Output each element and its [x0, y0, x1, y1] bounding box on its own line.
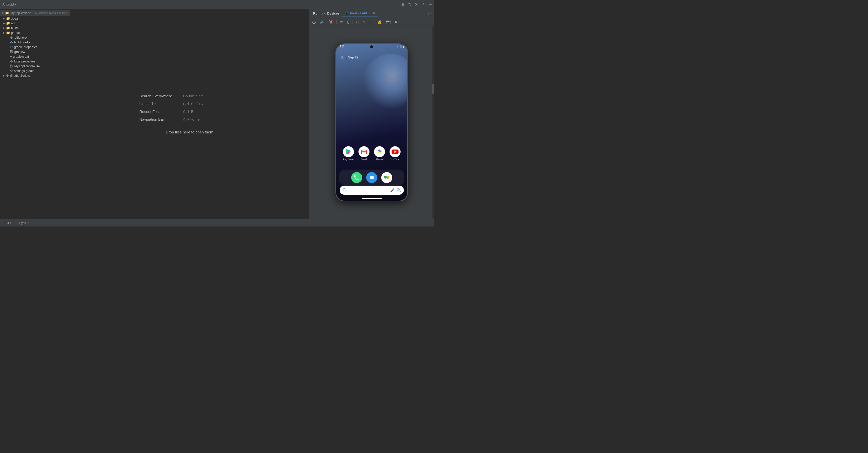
folder-special-icon: 📁: [6, 21, 10, 25]
tree-item-iml[interactable]: 🖼 MyApplication2.iml: [0, 64, 70, 68]
tree-item-gradle-properties[interactable]: ⚙ gradle.properties: [0, 45, 70, 49]
dock-messages[interactable]: [366, 172, 377, 183]
lock-button[interactable]: 🔒: [376, 19, 383, 25]
playstore-icon: [343, 146, 354, 157]
rotate-landscape-button[interactable]: ▯: [346, 19, 350, 25]
app-playstore[interactable]: Play Store: [343, 146, 354, 161]
tree-item-label: build.gradle: [14, 40, 30, 44]
expand-button[interactable]: ⤢: [427, 11, 430, 15]
volume-mute-button[interactable]: 🔇: [328, 19, 334, 25]
panel-scrollbar[interactable]: [432, 26, 434, 219]
file-icon: 🖼: [10, 50, 13, 54]
mic-icon: 🎤: [390, 188, 395, 192]
git-icon: ⊘: [10, 36, 13, 39]
hint-row-nav: Navigation Bar Alt+Home: [140, 117, 240, 121]
tree-item-build[interactable]: ▶ 📁 build: [0, 26, 70, 30]
main-layout: ▾ 📁 MyApplication2 C:\Users\shin4¥Androi…: [0, 9, 434, 219]
right-panel-header: Running Devices 📱 Pixel 7a API 33 ✕ + ⤢ …: [309, 9, 434, 18]
tree-item-settings-gradle[interactable]: ⚙ settings.gradle: [0, 68, 70, 73]
back-button[interactable]: ◁: [354, 19, 360, 25]
toolbar-separator-2: [352, 20, 352, 24]
file-icon: 🖼: [10, 64, 13, 68]
tree-item-label: app: [11, 22, 16, 25]
phone-camera: [370, 46, 373, 49]
panel-more-button[interactable]: ›: [431, 11, 432, 15]
signal-icon: ▐: [400, 46, 401, 48]
volume-down-button[interactable]: 🔉: [319, 19, 326, 25]
folder-icon: 📁: [6, 26, 10, 30]
hint-nav-shortcut: Alt+Home: [183, 117, 200, 121]
playstore-label: Play Store: [343, 158, 354, 161]
build-tab-label: Build: [4, 221, 11, 225]
tree-item-gradlew-bat[interactable]: ≡ gradlew.bat: [0, 54, 70, 59]
photos-icon: [374, 146, 385, 157]
hint-goto-shortcut: Ctrl+Shift+N: [183, 102, 204, 106]
record-button[interactable]: ▶: [394, 19, 399, 25]
power-button[interactable]: ⏻: [311, 19, 317, 25]
phone-mockup: 3:12 ▲ ▐ ▮ Sun, Sep 22: [335, 44, 408, 201]
more-icon[interactable]: ⋮: [422, 2, 425, 7]
hint-row-search: Search Everywhere Double Shift: [140, 94, 240, 98]
phone-nav-bar: [362, 198, 382, 199]
file-icon: ≡: [10, 55, 12, 58]
gmail-icon: [359, 146, 370, 157]
running-devices-title: Running Devices: [311, 11, 341, 15]
dock-chrome[interactable]: [381, 172, 392, 183]
target-icon[interactable]: ⊕: [401, 2, 405, 7]
hint-recent-label: Recent Files: [140, 109, 180, 114]
screenshot-button[interactable]: 📷: [385, 19, 392, 25]
tree-item-app[interactable]: ▶ 📁 app: [0, 21, 70, 26]
device-screen-area: 3:12 ▲ ▐ ▮ Sun, Sep 22: [309, 26, 434, 219]
bottom-tab-build[interactable]: Build: [2, 220, 13, 226]
bottom-tab-sync[interactable]: Sync ✕: [17, 220, 32, 226]
app-photos[interactable]: Photos: [374, 146, 385, 161]
dock-phone[interactable]: [351, 172, 362, 183]
tree-item-gitignore[interactable]: ⊘ .gitignore: [0, 35, 70, 40]
minimize-icon[interactable]: ─: [429, 2, 432, 6]
hint-row-recent: Recent Files Ctrl+E: [140, 109, 240, 114]
wifi-icon: ▲: [397, 46, 399, 48]
chrome-app-icon: [381, 172, 392, 183]
tree-item-gradle-scripts[interactable]: ▶ ⚙ Gradle Scripts: [0, 73, 70, 78]
app-gmail[interactable]: Gmail: [359, 146, 370, 161]
hint-search-label: Search Everywhere: [140, 94, 180, 98]
messages-app-icon: [366, 172, 377, 183]
gmail-label: Gmail: [361, 158, 367, 161]
device-tab[interactable]: 📱 Pixel 7a API 33 ✕: [341, 10, 378, 17]
hint-recent-shortcut: Ctrl+E: [183, 109, 194, 114]
device-tab-label: Pixel 7a API 33: [350, 11, 371, 15]
git-update-icon[interactable]: ⇅: [408, 2, 411, 7]
sync-tab-close[interactable]: ✕: [27, 222, 29, 224]
google-g-icon: G: [343, 188, 346, 192]
tree-item-label: Gradle Scripts: [10, 74, 30, 78]
project-label: Android: [2, 2, 14, 6]
sync-tab-label: Sync: [19, 221, 26, 225]
phone-dock: [339, 170, 404, 186]
overview-button[interactable]: □: [368, 19, 372, 25]
home-button[interactable]: ○: [362, 19, 366, 25]
project-selector[interactable]: Android ▾: [2, 2, 16, 6]
arrow-icon: ▶: [2, 31, 6, 34]
file-tree-header[interactable]: ▾ 📁 MyApplication2 C:\Users\shin4¥Androi…: [0, 10, 70, 16]
phone-search-bar[interactable]: G 🎤 🔍: [340, 186, 404, 195]
photos-label: Photos: [376, 158, 383, 161]
tree-item-local-properties[interactable]: ⚙ local.properties: [0, 59, 70, 64]
gradle-icon: ⚙: [10, 45, 13, 49]
device-tab-close[interactable]: ✕: [373, 11, 375, 15]
close-icon[interactable]: ✕: [415, 2, 418, 7]
app-youtube[interactable]: YouTube: [390, 146, 401, 161]
tree-item-idea[interactable]: ▶ 📁 .idea: [0, 16, 70, 21]
tree-item-gradlew[interactable]: 🖼 gradlew: [0, 49, 70, 54]
top-bar-left: Android ▾: [2, 2, 16, 6]
rotate-portrait-button[interactable]: ▭: [339, 19, 344, 25]
gradle-icon: ⚙: [10, 40, 13, 44]
phone-app-row: Play Store: [336, 146, 407, 161]
panel-scrollbar-thumb[interactable]: [432, 84, 434, 94]
hint-search-shortcut: Double Shift: [183, 94, 204, 98]
tree-item-gradle[interactable]: ▶ 📁 gradle: [0, 30, 70, 35]
add-device-button[interactable]: +: [423, 11, 425, 16]
tree-item-label: gradlew.bat: [13, 55, 29, 58]
phone-time: 3:12: [340, 45, 344, 48]
gradle-icon: ⚙: [10, 69, 13, 73]
tree-item-build-gradle[interactable]: ⚙ build.gradle: [0, 40, 70, 45]
